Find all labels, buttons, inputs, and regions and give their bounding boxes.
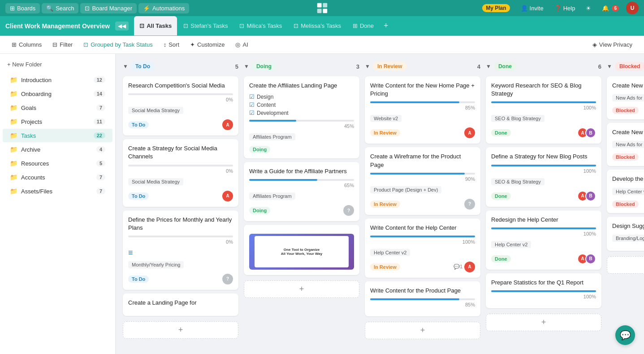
- board-manager-nav-item[interactable]: ⊡ Board Manager: [80, 3, 137, 13]
- nav-left: ⊞ Boards 🔍 Search ⊡ Board Manager ⚡ Auto…: [5, 3, 189, 13]
- column-collapse-icon[interactable]: ▼: [365, 63, 370, 70]
- filter-button[interactable]: ⊟ Filter: [48, 39, 77, 50]
- notifications-button[interactable]: 🔔 6: [598, 3, 622, 13]
- add-tab-button[interactable]: +: [380, 21, 392, 31]
- tab-label: Stefan's Tasks: [190, 22, 228, 29]
- column-doing: ▼ Doing 3 Create the Affiliates Landing …: [244, 61, 359, 347]
- card-landing-page[interactable]: Create a Landing Page for: [123, 293, 238, 316]
- invite-button[interactable]: 👤 Invite: [517, 3, 547, 13]
- progress-pct: 0%: [128, 97, 233, 102]
- column-collapse-icon[interactable]: ▼: [123, 63, 128, 70]
- checklist-item: ☑ Development: [249, 109, 354, 116]
- folder-icon: 📁: [10, 146, 17, 153]
- tab-milica[interactable]: ⊡ Milica's Tasks: [234, 16, 287, 35]
- card-avatar: A: [222, 119, 233, 130]
- add-card-button-done[interactable]: +: [486, 314, 601, 331]
- card-footer: Done A B: [491, 127, 596, 138]
- column-collapse-icon[interactable]: ▼: [607, 63, 612, 70]
- add-card-button-doing[interactable]: +: [244, 280, 359, 298]
- folder-icon: 📁: [10, 132, 17, 139]
- add-card-button-todo[interactable]: +: [123, 321, 238, 339]
- sidebar-item-accounts[interactable]: 📁 Accounts 7: [3, 170, 112, 184]
- card-content-product[interactable]: Write Content for the Product Page 85%: [365, 281, 480, 316]
- search-nav-item[interactable]: 🔍 Search: [42, 3, 78, 13]
- column-collapse-icon[interactable]: ▼: [486, 63, 491, 70]
- card-content-helpcenter[interactable]: Write Content for the Help Center 100% H…: [365, 219, 480, 278]
- card-design-logo[interactable]: Design Suggestio Logo Branding/Logo: [607, 217, 644, 251]
- sub-nav: Client Work Management Overview ◀◀ ⊡ All…: [0, 16, 644, 36]
- card-footer: Done A B: [491, 191, 596, 201]
- multi-avatar: A B: [577, 127, 596, 138]
- tabs-container: ⊡ All Tasks ⊡ Stefan's Tasks ⊡ Milica's …: [134, 16, 392, 35]
- card-wireframe-product[interactable]: Create a Wireframe for the Product Page …: [365, 147, 480, 214]
- tab-done[interactable]: ⊞ Done: [347, 16, 379, 35]
- card-statistics-q1[interactable]: Prepare Statistics for the Q1 Report 100…: [486, 273, 601, 308]
- add-card-button-blocked[interactable]: +: [607, 256, 644, 274]
- project-title: Client Work Management Overview: [5, 22, 115, 30]
- progress-bar-wrap: [370, 101, 475, 103]
- card-new-image[interactable]: Create New Imag New Ads for Face Blocked: [607, 76, 644, 119]
- nav-right: My Plan 👤 Invite ❓ Help ☀ 🔔 6 U: [479, 2, 639, 14]
- ai-button[interactable]: ◎ AI: [231, 39, 252, 50]
- tab-icon: ⊞: [353, 22, 358, 29]
- card-content-homepage[interactable]: Write Content for the New Home Page + Pr…: [365, 76, 480, 144]
- tab-icon: ⊡: [239, 22, 244, 29]
- boards-icon: ⊞: [10, 5, 15, 12]
- progress-bar-wrap: [128, 93, 233, 95]
- sidebar-item-assets[interactable]: 📁 Assets/Files 7: [3, 184, 112, 198]
- sidebar-item-archive[interactable]: 📁 Archive 4: [3, 143, 112, 156]
- settings-button[interactable]: ☀: [582, 3, 595, 13]
- tab-label: All Tasks: [147, 22, 172, 29]
- sidebar-item-onboarding[interactable]: 📁 Onboarding 14: [3, 87, 112, 101]
- card-preview-tool[interactable]: One Tool to OrganizeAll Your Work, Your …: [244, 225, 359, 275]
- progress-pct: 65%: [249, 183, 354, 188]
- sidebar-item-label: Goals: [21, 105, 96, 111]
- card-strategy-social[interactable]: Create a Strategy for Social Media Chann…: [123, 139, 238, 206]
- column-collapse-icon[interactable]: ▼: [244, 63, 249, 70]
- sidebar-item-tasks[interactable]: 📁 Tasks 22: [3, 129, 112, 142]
- customize-button[interactable]: ✦ Customize: [186, 39, 229, 50]
- tab-icon: ⊡: [294, 22, 298, 29]
- card-tag: SEO & Blog Strategy: [491, 178, 545, 185]
- card-avatar: ?: [464, 199, 475, 210]
- card-research-social[interactable]: Research Competition's Social Media 0% S…: [123, 76, 238, 135]
- card-develop-platform[interactable]: Develop the New Platform Help Center v2 …: [607, 170, 644, 213]
- boards-nav-item[interactable]: ⊞ Boards: [5, 3, 40, 13]
- tab-label: Done: [360, 22, 374, 29]
- help-button[interactable]: ❓ Help: [551, 3, 579, 13]
- card-affiliates-landing[interactable]: Create the Affiliates Landing Page ☑ Des…: [244, 76, 359, 158]
- card-prices-monthly[interactable]: Define the Prices for Monthly and Yearly…: [123, 210, 238, 290]
- chat-bubble-button[interactable]: 💬: [615, 325, 635, 345]
- sidebar: + New Folder 📁 Introduction 12 📁 Onboard…: [0, 54, 116, 354]
- sidebar-item-count: 7: [96, 174, 105, 180]
- my-plan-button[interactable]: My Plan: [479, 2, 513, 14]
- card-redesign-helpcenter[interactable]: Redesign the Help Center 100% Help Cente…: [486, 210, 601, 270]
- sidebar-item-label: Onboarding: [21, 91, 94, 97]
- tab-all-tasks[interactable]: ⊡ All Tasks: [134, 16, 177, 35]
- sidebar-item-resources[interactable]: 📁 Resources 5: [3, 157, 112, 170]
- tab-melissa[interactable]: ⊡ Melissa's Tasks: [288, 16, 346, 35]
- tab-stefan[interactable]: ⊡ Stefan's Tasks: [178, 16, 233, 35]
- sidebar-item-goals[interactable]: 📁 Goals 7: [3, 101, 112, 114]
- columns-button[interactable]: ⊞ Columns: [7, 39, 46, 50]
- sidebar-item-introduction[interactable]: 📁 Introduction 12: [3, 73, 112, 87]
- status-badge-blocked: Blocked: [615, 62, 644, 71]
- card-tag: Help Center v2: [370, 249, 410, 256]
- collapse-sidebar-button[interactable]: ◀◀: [115, 22, 129, 31]
- add-card-button-inreview[interactable]: +: [365, 322, 480, 339]
- card-tag: New Ads for Face: [612, 94, 644, 101]
- grouped-button[interactable]: ⊡ Grouped by Task Status: [79, 39, 157, 50]
- progress-pct: 100%: [491, 294, 596, 299]
- card-keyword-seo[interactable]: Keyword Research for SEO & Blog Strategy…: [486, 76, 601, 144]
- sort-button[interactable]: ↕ Sort: [159, 39, 184, 50]
- card-new-copy[interactable]: Create New Copy New Ads for Face Blocked: [607, 123, 644, 166]
- card-strategy-blog[interactable]: Define a Strategy for New Blog Posts 100…: [486, 147, 601, 206]
- automations-nav-item[interactable]: ⚡ Automations: [138, 3, 189, 13]
- view-privacy-button[interactable]: ◈ View Privacy: [588, 39, 637, 50]
- sidebar-item-projects[interactable]: 📁 Projects 11: [3, 115, 112, 128]
- card-guide-affiliate[interactable]: Write a Guide for the Affiliate Partners…: [244, 162, 359, 221]
- new-folder-button[interactable]: + New Folder: [0, 57, 115, 71]
- sort-icon: ↕: [164, 41, 167, 48]
- user-avatar[interactable]: U: [626, 2, 639, 14]
- checklist-label: Design: [257, 94, 273, 100]
